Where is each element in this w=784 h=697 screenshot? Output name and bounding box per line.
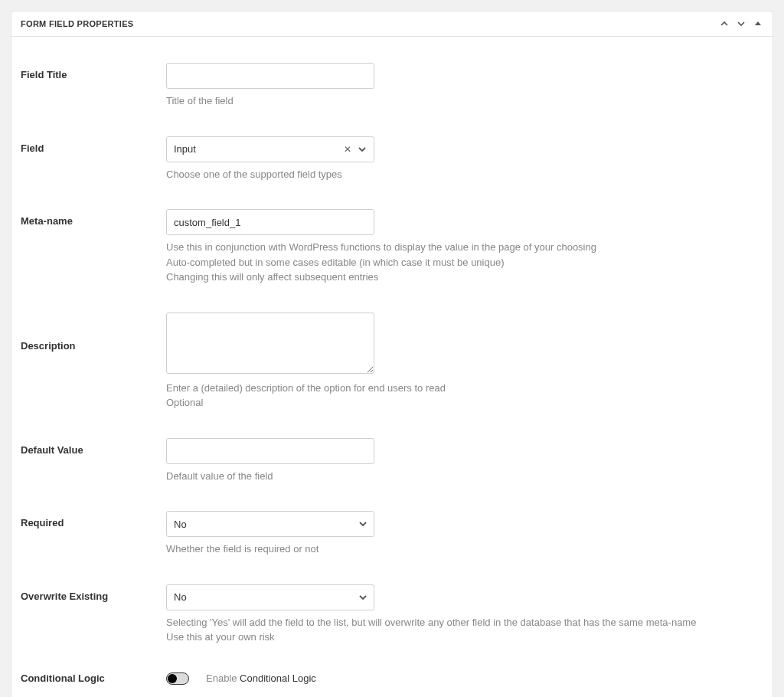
label-conditional: Conditional Logic [21,672,166,685]
help-meta-3: Changing this will only affect subsequen… [166,270,763,285]
help-overwrite-1: Selecting 'Yes' will add the field to th… [166,615,763,630]
help-desc-2: Optional [166,395,763,411]
field-type-select[interactable]: Input ✕ [166,136,374,162]
move-down-icon[interactable] [736,18,746,29]
chevron-down-icon [354,145,367,154]
label-field-type: Field [21,136,166,182]
help-desc-1: Enter a (detailed) description of the op… [166,381,763,396]
help-default: Default value of the field [166,469,763,484]
help-field-title: Title of the field [166,93,763,109]
default-value-input[interactable] [166,438,374,464]
label-required: Required [21,511,166,557]
field-title-input[interactable] [166,63,374,89]
panel-body: Field Title Title of the field Field Inp… [11,37,773,697]
overwrite-select[interactable]: No [166,584,374,610]
row-field-title: Field Title Title of the field [21,63,763,109]
row-field-type: Field Input ✕ Choose one of the supporte… [21,136,763,182]
row-overwrite: Overwrite Existing No Selecting 'Yes' wi… [21,584,763,645]
row-required: Required No Whether the field is require… [21,511,763,557]
move-up-icon[interactable] [719,18,730,29]
help-overwrite-2: Use this at your own risk [166,630,763,645]
row-conditional-logic: Conditional Logic Enable Conditional Log… [21,672,763,685]
help-required: Whether the field is required or not [166,542,763,557]
label-field-title: Field Title [21,63,166,109]
conditional-logic-toggle[interactable] [166,672,189,685]
required-select[interactable]: No [166,511,374,537]
label-meta-name: Meta-name [21,209,166,285]
help-meta-1: Use this in conjunction with WordPress f… [166,240,763,255]
label-overwrite: Overwrite Existing [21,584,166,645]
meta-name-input[interactable] [166,209,374,235]
row-meta-name: Meta-name Use this in conjunction with W… [21,209,763,285]
row-default-value: Default Value Default value of the field [21,438,763,484]
panel-header-actions [719,18,763,29]
description-textarea[interactable] [166,313,374,374]
help-meta-2: Auto-completed but in some cases editabl… [166,255,763,270]
row-description: Description Enter a (detailed) descripti… [21,313,763,411]
form-field-properties-panel: FORM FIELD PROPERTIES Field Title Title … [11,11,773,697]
collapse-icon[interactable] [753,18,763,29]
conditional-enable-text: Enable Conditional Logic [206,672,316,684]
field-type-value: Input [174,143,341,155]
clear-icon[interactable]: ✕ [341,144,354,155]
panel-header: FORM FIELD PROPERTIES [11,11,773,37]
label-description: Description [21,313,166,411]
label-default-value: Default Value [21,438,166,484]
help-field-type: Choose one of the supported field types [166,167,763,182]
panel-title: FORM FIELD PROPERTIES [21,19,133,28]
